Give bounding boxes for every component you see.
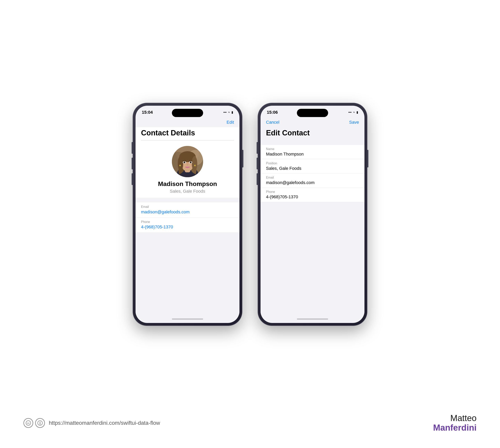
name-field-label: Name: [266, 147, 359, 151]
home-indicator-left: [136, 315, 239, 323]
page-title-left: Contact Details: [136, 127, 239, 140]
status-icons-left: ••• ≈ ▮: [223, 110, 233, 114]
wifi-icon-right: •••: [348, 111, 352, 114]
footer-url: https://matteomanferdini.com/swiftui-dat…: [49, 420, 160, 426]
phone-edit-label: Phone: [266, 190, 359, 194]
signal-icon: ≈: [228, 111, 230, 114]
email-value[interactable]: madison@galefoods.com: [141, 209, 234, 215]
email-edit-label: Email: [266, 176, 359, 179]
dynamic-island-right: [297, 109, 328, 117]
email-edit-field[interactable]: Email madison@galefoods.com: [261, 174, 364, 188]
page-title-right: Edit Contact: [261, 127, 364, 140]
phone-left: 15:04 ••• ≈ ▮ Edit Contact Details: [133, 103, 242, 326]
dynamic-island-left: [172, 109, 203, 117]
svg-point-21: [40, 422, 41, 423]
svg-point-15: [190, 162, 191, 162]
footer-icons: cc: [23, 418, 45, 428]
footer-left: cc https://matteomanferdini.com/swiftui-…: [23, 418, 160, 428]
page-footer: cc https://matteomanferdini.com/swiftui-…: [0, 414, 500, 432]
phone-right: 15:06 ••• ≈ ▮ Cancel Save Edit Contact: [258, 103, 367, 326]
position-field-label: Position: [266, 161, 359, 165]
svg-point-16: [179, 165, 181, 166]
phone-label: Phone: [141, 220, 234, 224]
battery-icon-right: ▮: [357, 110, 358, 114]
position-field[interactable]: Position Sales, Gale Foods: [261, 159, 364, 174]
name-field-value[interactable]: Madison Thompson: [266, 152, 359, 157]
avatar: [172, 146, 203, 177]
status-icons-right: ••• ≈ ▮: [348, 110, 358, 114]
svg-point-17: [194, 165, 196, 166]
email-edit-value[interactable]: madison@galefoods.com: [266, 180, 359, 185]
form-section: Name Madison Thompson Position Sales, Ga…: [261, 145, 364, 202]
brand-first-name: Matteo: [433, 414, 477, 423]
contact-subtitle: Sales, Gale Foods: [170, 189, 205, 194]
home-indicator-right: [261, 315, 364, 323]
avatar-section: Madison Thompson Sales, Gale Foods: [136, 141, 239, 198]
phone-edit-field[interactable]: Phone 4-(968)705-1370: [261, 188, 364, 202]
cancel-button[interactable]: Cancel: [266, 120, 279, 125]
phone-row: Phone 4-(968)705-1370: [136, 217, 239, 232]
phone-value[interactable]: 4-(968)705-1370: [141, 224, 234, 230]
save-button[interactable]: Save: [349, 120, 359, 125]
brand-last-name: Manferdini: [433, 423, 477, 432]
wifi-icon: •••: [223, 111, 227, 114]
signal-icon-right: ≈: [353, 111, 355, 114]
email-label: Email: [141, 205, 234, 209]
name-field[interactable]: Name Madison Thompson: [261, 145, 364, 159]
svg-text:cc: cc: [27, 422, 30, 425]
footer-brand: Matteo Manferdini: [433, 414, 477, 432]
status-time-left: 15:04: [142, 110, 153, 115]
svg-rect-22: [40, 423, 40, 425]
nav-bar-right: Cancel Save: [261, 117, 364, 127]
screen-left: Edit Contact Details: [136, 117, 239, 315]
attribution-icon: [35, 418, 45, 428]
phone-right-inner: 15:06 ••• ≈ ▮ Cancel Save Edit Contact: [261, 106, 364, 323]
svg-point-14: [184, 162, 185, 162]
email-row: Email madison@galefoods.com: [136, 202, 239, 217]
cc-icon: cc: [23, 418, 33, 428]
status-time-right: 15:06: [267, 110, 278, 115]
position-field-value[interactable]: Sales, Gale Foods: [266, 166, 359, 171]
screen-right: Cancel Save Edit Contact Name Madison Th…: [261, 117, 364, 315]
battery-icon: ▮: [232, 110, 233, 114]
contact-card-area: Contact Details: [136, 127, 239, 198]
edit-button[interactable]: Edit: [227, 120, 234, 125]
phones-container: 15:04 ••• ≈ ▮ Edit Contact Details: [133, 103, 367, 326]
phone-edit-value[interactable]: 4-(968)705-1370: [266, 194, 359, 199]
phone-left-inner: 15:04 ••• ≈ ▮ Edit Contact Details: [136, 106, 239, 323]
contact-name: Madison Thompson: [158, 180, 217, 188]
contact-info-section: Email madison@galefoods.com Phone 4-(968…: [136, 202, 239, 232]
nav-bar-left: Edit: [136, 117, 239, 127]
home-bar-left: [172, 319, 203, 320]
home-bar-right: [297, 319, 328, 320]
